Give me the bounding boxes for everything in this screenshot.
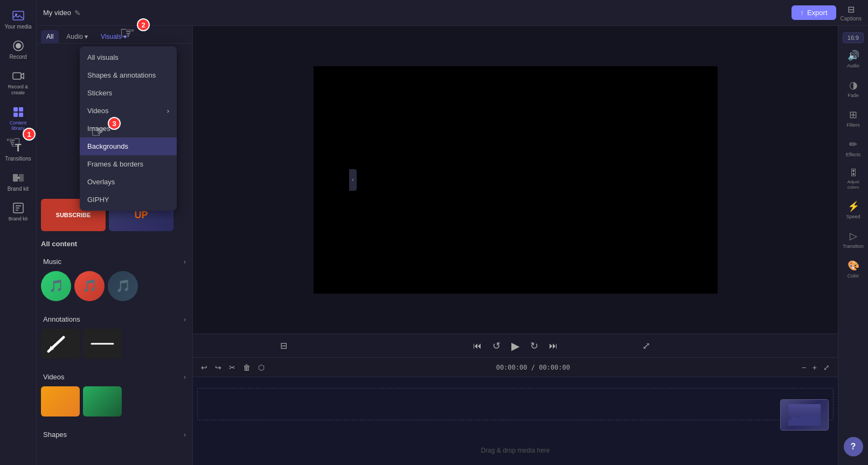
- current-time: 00:00:00: [496, 364, 527, 371]
- dropdown-item-overlays[interactable]: Overlays: [80, 173, 177, 191]
- shapes-section-header[interactable]: Shapes ›: [41, 427, 188, 442]
- skip-back-icon: ⏮: [473, 341, 482, 351]
- skip-forward-button[interactable]: ⏭: [547, 339, 560, 353]
- right-tool-filters[interactable]: ⊞ Filters: [841, 105, 866, 132]
- dropdown-item-frames[interactable]: Frames & borders: [80, 155, 177, 173]
- dropdown-item-stickers[interactable]: Stickers: [80, 84, 177, 102]
- rewind-button[interactable]: ↺: [490, 338, 503, 354]
- sidebar-item-record[interactable]: Record: [2, 35, 34, 64]
- sidebar-item-brand-kit[interactable]: Brand kit: [2, 197, 34, 226]
- right-tool-transition[interactable]: ▷ Transition: [841, 226, 866, 253]
- right-tool-adjust-colors[interactable]: 🎛 Adjustcolors: [841, 164, 866, 194]
- record-create-icon: [12, 70, 25, 82]
- filters-tool-label: Filters: [846, 122, 860, 128]
- timeline-time-display: 00:00:00 / 00:00:00: [270, 364, 796, 371]
- music-thumb-3[interactable]: 🎵: [108, 271, 138, 301]
- sidebar-item-brand-kit-label: Brand kit: [9, 216, 28, 222]
- delete-button[interactable]: 🗑: [241, 362, 252, 373]
- captions-button[interactable]: ⊟ Captions: [841, 4, 862, 22]
- sidebar-item-content-library[interactable]: Contentlibrary: [2, 101, 34, 136]
- dropdown-item-all-visuals[interactable]: All visuals: [80, 48, 177, 66]
- video-thumb-1[interactable]: [41, 386, 80, 417]
- dropdown-item-shapes[interactable]: Shapes & annotations: [80, 66, 177, 84]
- redo-button[interactable]: ↪: [213, 362, 223, 373]
- dropdown-item-giphy[interactable]: GIPHY: [80, 191, 177, 209]
- timeline-area: ↩ ↪ ✂ 🗑 ⬡ 00:00:00 / 00:00:00 − +: [193, 357, 838, 465]
- overlays-label: Overlays: [87, 178, 115, 186]
- tab-audio[interactable]: Audio ▾: [61, 30, 93, 43]
- music-section-header[interactable]: Music ›: [41, 254, 188, 269]
- right-tool-audio[interactable]: 🔊 Audio: [841, 45, 866, 73]
- captions-icon: ⊟: [848, 4, 855, 15]
- right-tool-fade[interactable]: ◑ Fade: [841, 75, 866, 102]
- shapes-section: Shapes ›: [41, 427, 188, 442]
- music-section: Music › 🎵 🎵 🎵: [41, 254, 188, 303]
- brand-kit-icon: [12, 202, 25, 214]
- right-tool-color[interactable]: 🎨 Color: [841, 255, 866, 283]
- audio-tab-label: Audio: [66, 33, 83, 40]
- caption-toggle-button[interactable]: ⊟: [278, 338, 289, 353]
- speed-tool-label: Speed: [846, 214, 860, 219]
- music-thumbnails: 🎵 🎵 🎵: [41, 269, 188, 303]
- sidebar-item-record-label: Record: [9, 54, 26, 60]
- transition-tool-icon: ▷: [850, 230, 857, 242]
- record-icon: [12, 39, 25, 52]
- save-button[interactable]: ⬡: [256, 362, 266, 373]
- forward-button[interactable]: ↻: [528, 338, 540, 354]
- annotation-thumb-2[interactable]: [83, 329, 122, 359]
- tab-all[interactable]: All: [41, 30, 59, 43]
- fullscreen-button[interactable]: ⤢: [640, 338, 652, 354]
- panel-content-scroll[interactable]: Music › 🎵 🎵 🎵 Annotations ›: [37, 250, 192, 465]
- your-media-icon: [12, 9, 25, 22]
- video-thumb-2[interactable]: [83, 386, 122, 417]
- right-sidebar: 16:9 🔊 Audio ◑ Fade ⊞ Filters ✏ Effects: [838, 26, 868, 465]
- sidebar-item-transitions-label: Brand kit: [8, 186, 29, 192]
- timeline-clip[interactable]: [780, 399, 829, 431]
- panel-collapse-button[interactable]: ‹: [349, 169, 357, 191]
- annotations-section-header[interactable]: Annotations ›: [41, 312, 188, 327]
- music-thumb-2[interactable]: 🎵: [74, 271, 105, 301]
- svg-rect-7: [13, 113, 18, 117]
- time-separator: /: [531, 364, 539, 371]
- timeline-track: [197, 388, 834, 420]
- sidebar-item-text[interactable]: T Transitions: [2, 137, 34, 166]
- zoom-in-button[interactable]: +: [811, 362, 818, 373]
- frames-label: Frames & borders: [87, 160, 143, 168]
- sidebar-item-your-media[interactable]: Your media: [2, 5, 34, 34]
- music-section-arrow: ›: [184, 258, 186, 266]
- help-button[interactable]: ?: [844, 437, 863, 456]
- timeline-content[interactable]: Drag & drop media here: [193, 377, 838, 465]
- play-pause-button[interactable]: ▶: [509, 337, 522, 355]
- audio-tool-label: Audio: [847, 63, 859, 68]
- annotation-thumb-1[interactable]: [41, 329, 80, 359]
- music-thumb-1[interactable]: 🎵: [41, 271, 71, 301]
- total-time: 00:00:00: [539, 364, 570, 371]
- project-title[interactable]: My video: [43, 9, 71, 17]
- sidebar-item-transitions[interactable]: Brand kit: [2, 167, 34, 196]
- right-tool-speed[interactable]: ⚡ Speed: [841, 196, 866, 224]
- title-icon: ✎: [74, 9, 81, 17]
- undo-button[interactable]: ↩: [199, 362, 209, 373]
- right-tool-effects[interactable]: ✏ Effects: [841, 134, 866, 162]
- main-content: My video ✎ ↑ Export ⊟ Captions All Audio…: [37, 0, 868, 465]
- preview-area: ‹ ⊟ ⏮ ↺ ▶: [193, 26, 838, 465]
- cut-button[interactable]: ✂: [227, 362, 237, 373]
- ratio-badge[interactable]: 16:9: [843, 32, 864, 43]
- dropdown-item-videos[interactable]: Videos ›: [80, 102, 177, 120]
- tab-visuals[interactable]: Visuals ▾: [95, 30, 131, 43]
- skip-back-button[interactable]: ⏮: [471, 339, 484, 353]
- zoom-out-button[interactable]: −: [800, 362, 808, 373]
- sidebar-item-record-create[interactable]: Record &create: [2, 65, 34, 100]
- dropdown-item-backgrounds[interactable]: Backgrounds: [80, 137, 177, 155]
- effects-tool-icon: ✏: [849, 138, 857, 150]
- preview-canvas: ‹: [193, 26, 838, 334]
- export-button[interactable]: ↑ Export: [791, 5, 836, 20]
- fit-button[interactable]: ⤢: [822, 362, 831, 373]
- dropdown-item-images[interactable]: Images: [80, 120, 177, 137]
- help-icon: ?: [851, 442, 856, 452]
- audio-tool-icon: 🔊: [848, 50, 859, 61]
- panel-wrapper: ‹ ⊟ ⏮ ↺ ▶: [193, 26, 868, 465]
- video-preview: [314, 66, 718, 294]
- transition-tool-label: Transition: [843, 244, 864, 249]
- videos-section-header[interactable]: Videos ›: [41, 370, 188, 384]
